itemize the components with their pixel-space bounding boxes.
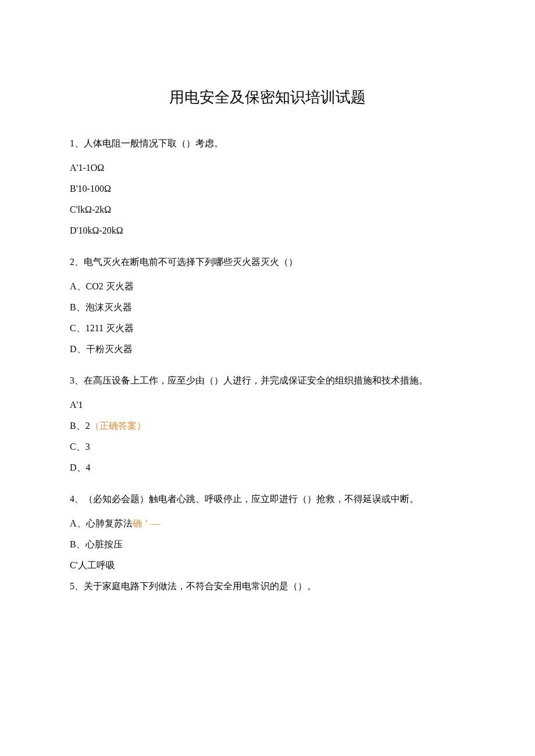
page: 用电安全及保密知识培训试题 1、人体电阻一般情况下取（）考虑。 A'1-1OΩ …	[0, 0, 535, 635]
question-3: 3、在高压设备上工作，应至少由（）人进行，并完成保证安全的组织措施和技术措施。	[70, 374, 465, 388]
document-title: 用电安全及保密知识培训试题	[70, 87, 465, 108]
question-2: 2、电气灭火在断电前不可选择下列哪些灭火器灭火（）	[70, 255, 465, 269]
q3-option-c: C、3	[70, 440, 465, 454]
q1-option-c: C'lkΩ-2kΩ	[70, 203, 465, 217]
q3-option-a: A'1	[70, 398, 465, 412]
question-1: 1、人体电阻一般情况下取（）考虑。	[70, 137, 465, 151]
question-4: 4、（必知必会题）触电者心跳、呼吸停止，应立即进行（）抢救，不得延误或中断。	[70, 492, 465, 506]
q1-option-b: B'10-100Ω	[70, 182, 465, 196]
question-5: 5、关于家庭电路下列做法，不符合安全用电常识的是（）。	[70, 579, 465, 593]
q4-option-a: A、心肺复苏法确＇—	[70, 517, 465, 531]
q1-option-d: D'10kΩ-20kΩ	[70, 224, 465, 238]
q1-option-a: A'1-1OΩ	[70, 161, 465, 175]
q3-option-b: B、2（正确答案）	[70, 419, 465, 433]
q3-option-b-prefix: B、2	[70, 421, 90, 431]
correct-answer-label: （正确答案）	[90, 421, 146, 431]
q2-option-d: D、干粉灭火器	[70, 342, 465, 356]
q4-option-a-annotation: 确＇—	[133, 518, 160, 528]
q4-option-b: B、心脏按压	[70, 538, 465, 551]
q2-option-b: B、泡沫灭火器	[70, 300, 465, 314]
q2-option-a: A、CO2 灭火器	[70, 280, 465, 293]
q3-option-d: D、4	[70, 461, 465, 475]
q4-option-c: C'人工呼吸	[70, 558, 465, 572]
q4-option-a-prefix: A、心肺复苏法	[70, 518, 133, 528]
q2-option-c: C、1211 灭火器	[70, 321, 465, 335]
